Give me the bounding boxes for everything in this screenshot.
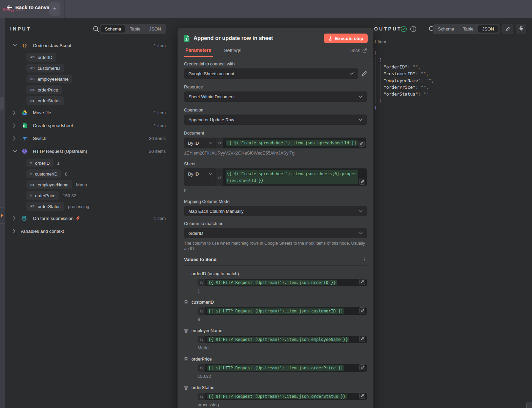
input-search-icon[interactable] [93, 26, 99, 32]
code-icon: {} [20, 41, 29, 50]
resource-select[interactable]: Sheet Within Document [184, 91, 367, 102]
field-type-badge: AB [30, 183, 35, 186]
field-type-badge: AB [30, 205, 35, 208]
tab-settings[interactable]: Settings [224, 48, 241, 57]
document-mode-select[interactable]: By ID [184, 138, 216, 148]
open-expression-editor-button[interactable] [359, 364, 365, 370]
match-column-select[interactable]: orderID [184, 228, 367, 238]
open-expression-editor-button[interactable] [359, 179, 365, 185]
chevron-right-icon[interactable] [13, 123, 20, 128]
pin-data-button[interactable] [516, 24, 526, 34]
execute-step-button[interactable]: Execute step [324, 34, 368, 43]
chevron-right-icon[interactable] [13, 229, 20, 233]
sheet-mode-select[interactable]: By ID [184, 168, 216, 186]
open-expression-editor-button[interactable] [359, 336, 365, 342]
edit-credential-icon[interactable] [362, 71, 367, 76]
schema-field-pill[interactable]: ABorderPrice [26, 85, 62, 94]
chevron-right-icon[interactable] [13, 216, 20, 221]
success-check-icon [401, 26, 407, 32]
sheet-label: Sheet [184, 161, 367, 166]
mapping-mode-select[interactable]: Map Each Column Manually [184, 206, 367, 216]
open-expression-editor-button[interactable] [359, 279, 365, 285]
input-node-row[interactable]: On form submission1 item [5, 212, 170, 225]
credential-label: Credential to connect with [184, 61, 367, 66]
schema-field-row: ABemployeeNameMario [5, 179, 170, 190]
back-arrow-icon [7, 5, 12, 10]
schema-field-pill[interactable]: ABorderID [26, 53, 56, 62]
schema-field-pill[interactable]: ABorderStatus [26, 96, 64, 105]
new-tab-button[interactable]: + [49, 2, 60, 16]
input-node-row[interactable]: {}Code in JavaScript1 item [5, 39, 170, 52]
chevron-right-icon[interactable] [13, 110, 20, 115]
output-tab-json[interactable]: JSON [478, 25, 498, 33]
open-expression-editor-button[interactable] [359, 141, 365, 147]
column-expression-field[interactable]: {{ $('HTTP Request (Upstream)').item.jso… [205, 364, 367, 372]
resolved-value: 8 [198, 317, 367, 322]
switch-icon [20, 134, 29, 143]
chevron-down-icon [209, 142, 212, 144]
info-icon[interactable] [410, 26, 416, 32]
credential-select[interactable]: Google Sheets account [184, 68, 358, 79]
input-node-row[interactable]: Switch30 items [5, 132, 170, 145]
output-tab-schema[interactable]: Schema [434, 25, 459, 33]
resolved-value: 1 [198, 288, 367, 293]
operation-select[interactable]: Append or Update Row [184, 115, 367, 125]
docs-link[interactable]: Docs [349, 48, 367, 57]
field-value: Mario [76, 182, 87, 187]
fx-icon: fx [198, 336, 205, 343]
input-tab-table[interactable]: Table [125, 25, 145, 33]
schema-field-pill[interactable]: #orderPrice [26, 191, 59, 200]
form-icon [20, 214, 29, 223]
schema-field-pill[interactable]: ABemployeeName [26, 75, 72, 83]
edit-output-button[interactable] [503, 24, 513, 34]
open-expression-editor-button[interactable] [359, 393, 365, 399]
schema-field-pill[interactable]: ABcustomerID [26, 64, 64, 73]
help-bubble[interactable] [526, 402, 532, 408]
node-item-count: 1 item [154, 110, 166, 115]
document-expression-field[interactable]: {{ $('Create spreadsheet').item.json.spr… [223, 138, 366, 148]
input-tab-json[interactable]: JSON [145, 25, 165, 33]
input-node-row[interactable]: Move file1 item [5, 106, 170, 119]
field-name: customerID [35, 171, 57, 177]
values-menu-icon[interactable]: ⋮ [362, 257, 367, 262]
chevron-down-icon [209, 173, 212, 175]
delete-column-icon[interactable] [184, 357, 191, 362]
field-value: 150.32 [63, 193, 76, 198]
schema-field-pill[interactable]: #orderID [26, 159, 54, 167]
input-node-row[interactable]: Create spreadsheet1 item [5, 119, 170, 132]
chevron-down-icon[interactable] [13, 44, 20, 47]
field-name: employeeName [38, 182, 68, 187]
node-name: Code in JavaScript [33, 43, 71, 48]
column-label: employeeName [191, 328, 222, 333]
input-node-row[interactable]: HTTP Request (Upstream)30 items [5, 145, 170, 158]
chevron-down-icon[interactable] [13, 150, 20, 153]
field-value: processing [68, 204, 89, 209]
node-name: Move file [33, 110, 51, 115]
column-expression-field[interactable]: {{ $('HTTP Request (Upstream)').item.jso… [205, 393, 367, 400]
expand-expression-icon [361, 180, 364, 183]
open-expression-editor-button[interactable] [359, 307, 365, 313]
input-node-row[interactable]: Variables and context [5, 225, 170, 238]
input-tab-schema[interactable]: Schema [101, 25, 126, 33]
back-to-canvas-button[interactable]: Back to canvas [5, 3, 54, 12]
column-expression-field[interactable]: {{ $('HTTP Request (Upstream)').item.jso… [205, 279, 367, 286]
column-expression-field[interactable]: {{ $('HTTP Request (Upstream)').item.jso… [205, 307, 367, 315]
delete-column-icon[interactable] [184, 300, 191, 305]
tab-parameters[interactable]: Parameters [184, 47, 213, 57]
schema-field-row: ABemployeeName [5, 74, 170, 84]
delete-column-icon[interactable] [184, 328, 191, 333]
match-column-label: Column to match on [184, 221, 367, 226]
value-to-send-row: orderStatusfx{{ $('HTTP Request (Upstrea… [184, 385, 367, 407]
chevron-right-icon[interactable] [13, 136, 20, 141]
json-line: } [374, 98, 434, 104]
fx-icon: fx [198, 279, 205, 286]
output-tab-table[interactable]: Table [458, 25, 478, 33]
column-label: orderPrice [191, 356, 212, 362]
schema-field-pill[interactable]: ABorderStatus [26, 202, 64, 211]
schema-field-pill[interactable]: #customerID [26, 169, 61, 178]
schema-field-pill[interactable]: ABemployeeName [26, 180, 72, 189]
delete-column-icon[interactable] [184, 385, 191, 390]
mapping-mode-label: Mapping Column Mode [184, 199, 367, 204]
column-expression-field[interactable]: {{ $('HTTP Request (Upstream)').item.jso… [205, 336, 367, 343]
sheet-expression-field[interactable]: {{ $('Create spreadsheet').item.json.she… [223, 168, 367, 186]
